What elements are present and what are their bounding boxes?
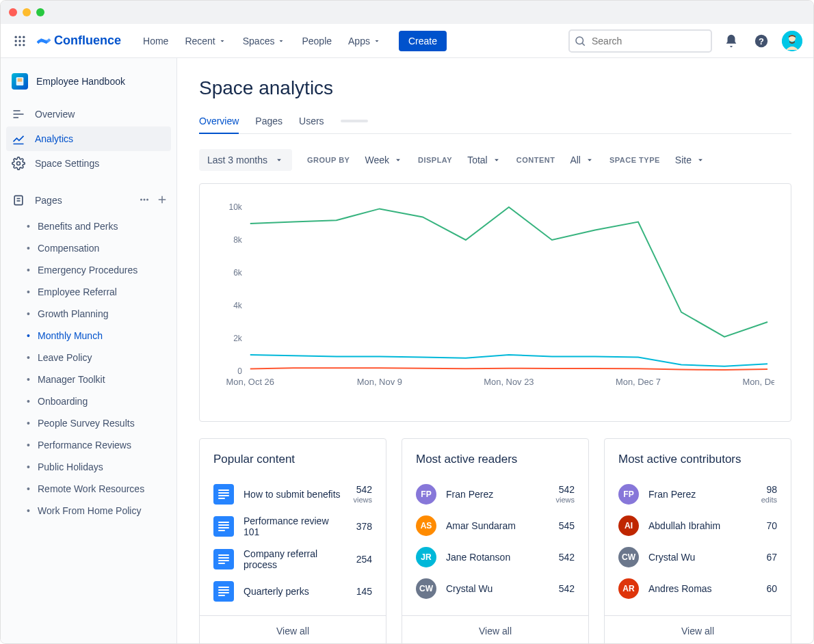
sidebar-page-item[interactable]: Manager Toolkit (25, 368, 171, 390)
svg-text:8k: 8k (233, 235, 242, 245)
row-value: 70 (766, 520, 777, 532)
sidebar-item-analytics[interactable]: Analytics (6, 126, 171, 151)
global-nav: Confluence Home Recent Spaces People App… (1, 24, 813, 58)
display-label: DISPLAY (418, 156, 452, 164)
nav-people[interactable]: People (296, 31, 337, 51)
more-icon[interactable] (138, 193, 150, 208)
row-label: How to submit benefits (244, 489, 343, 500)
space-type-filter[interactable]: Site (675, 155, 705, 165)
person-row[interactable]: FPFran Perez98edits (618, 479, 777, 510)
analytics-chart-card: 02k4k6k8k10kMon, Oct 26Mon, Nov 9Mon, No… (199, 183, 791, 422)
row-value: 67 (766, 552, 777, 563)
tab-overview[interactable]: Overview (199, 111, 239, 133)
row-value: 145 (356, 586, 372, 598)
create-button[interactable]: Create (399, 31, 447, 51)
app-switcher-icon[interactable] (12, 33, 28, 49)
view-all-readers[interactable]: View all (402, 615, 588, 643)
date-range-filter[interactable]: Last 3 months (199, 149, 292, 171)
sidebar-page-item[interactable]: Onboarding (25, 390, 171, 412)
svg-text:?: ? (759, 36, 764, 46)
row-label: Jane Rotanson (446, 552, 549, 563)
sidebar-page-item[interactable]: Remote Work Resources (25, 478, 171, 500)
tab-users[interactable]: Users (299, 111, 324, 133)
nav-home[interactable]: Home (137, 31, 174, 51)
person-row[interactable]: FPFran Perez542views (416, 479, 575, 510)
sidebar-pages-header[interactable]: Pages (6, 188, 171, 213)
sidebar-page-item[interactable]: Benefits and Perks (25, 215, 171, 237)
sidebar-page-item[interactable]: Performance Reviews (25, 434, 171, 456)
person-row[interactable]: CWCrystal Wu542 (416, 573, 575, 604)
person-row[interactable]: JRJane Rotanson542 (416, 541, 575, 573)
sidebar-page-item[interactable]: Leave Policy (25, 347, 171, 368)
row-value: 378 (356, 521, 372, 533)
popular-content-row[interactable]: Quarterly perks145 (213, 576, 372, 607)
content-filter[interactable]: All (570, 155, 594, 165)
confluence-logo[interactable]: Confluence (36, 33, 121, 49)
popular-content-row[interactable]: Performance review 101378 (213, 510, 372, 543)
chevron-down-icon (277, 37, 285, 45)
svg-text:0: 0 (237, 366, 242, 376)
display-filter[interactable]: Total (467, 155, 501, 165)
popular-content-row[interactable]: Company referral process254 (213, 543, 372, 576)
sidebar-item-space-settings[interactable]: Space Settings (6, 151, 171, 176)
sidebar-page-item[interactable]: Compensation (25, 237, 171, 259)
nav-spaces[interactable]: Spaces (237, 31, 291, 51)
space-header[interactable]: Employee Handbook (6, 70, 171, 102)
person-avatar: AR (618, 578, 639, 599)
profile-avatar[interactable] (782, 31, 802, 51)
person-avatar: CW (416, 578, 436, 599)
svg-rect-17 (18, 81, 23, 81)
help-icon[interactable]: ? (750, 30, 772, 52)
sidebar-page-item[interactable]: Monthly Munch (25, 325, 171, 347)
window-maximize-button[interactable] (36, 8, 44, 16)
sidebar-page-item[interactable]: Work From Home Policy (25, 500, 171, 522)
group-by-label: GROUP BY (307, 156, 350, 164)
sidebar-item-overview[interactable]: Overview (6, 102, 171, 126)
svg-point-21 (17, 162, 21, 165)
window-close-button[interactable] (9, 8, 17, 16)
window-minimize-button[interactable] (23, 8, 31, 16)
main-content: Space analytics Overview Pages Users Las… (177, 58, 813, 643)
svg-text:6k: 6k (233, 268, 242, 278)
sidebar-page-item[interactable]: Employee Referral (25, 281, 171, 303)
svg-point-7 (18, 44, 21, 46)
nav-recent[interactable]: Recent (179, 31, 231, 51)
person-row[interactable]: AIAbdullah Ibrahim70 (618, 510, 777, 541)
row-label: Abdullah Ibrahim (648, 520, 757, 531)
group-by-filter[interactable]: Week (365, 155, 403, 165)
document-icon (213, 581, 234, 602)
nav-apps[interactable]: Apps (343, 31, 386, 51)
search-container (568, 29, 712, 53)
sidebar-page-item[interactable]: Public Holidays (25, 456, 171, 478)
person-row[interactable]: CWCrystal Wu67 (618, 541, 777, 573)
sidebar-page-item[interactable]: Growth Planning (25, 303, 171, 325)
person-row[interactable]: ARAndres Romas60 (618, 573, 777, 604)
tab-pages[interactable]: Pages (255, 111, 283, 133)
add-page-icon[interactable] (156, 193, 168, 208)
svg-point-3 (15, 40, 17, 42)
row-value: 254 (356, 554, 372, 565)
person-row[interactable]: ASAmar Sundaram545 (416, 510, 575, 541)
pages-icon (12, 193, 25, 207)
chevron-down-icon (218, 37, 226, 45)
row-value: 542 (559, 552, 575, 563)
sidebar-page-item[interactable]: People Survey Results (25, 412, 171, 434)
space-icon (12, 73, 28, 90)
svg-text:2k: 2k (233, 334, 242, 343)
chevron-down-icon (585, 155, 594, 165)
popular-content-row[interactable]: How to submit benefits542views (213, 479, 372, 510)
view-all-contributors[interactable]: View all (605, 615, 791, 643)
notifications-icon[interactable] (720, 30, 742, 52)
svg-point-26 (144, 198, 146, 200)
view-all-popular[interactable]: View all (200, 615, 386, 643)
svg-text:Mon, Dec 7: Mon, Dec 7 (616, 377, 661, 387)
chart-icon (12, 132, 25, 146)
document-icon (213, 549, 234, 569)
row-value: 542views (555, 484, 575, 505)
search-input[interactable] (568, 29, 712, 53)
filter-bar: Last 3 months GROUP BY Week DISPLAY Tota… (199, 149, 791, 171)
svg-text:10k: 10k (229, 202, 242, 212)
row-label: Andres Romas (648, 583, 757, 594)
svg-point-9 (576, 37, 583, 44)
sidebar-page-item[interactable]: Emergency Procedures (25, 259, 171, 281)
